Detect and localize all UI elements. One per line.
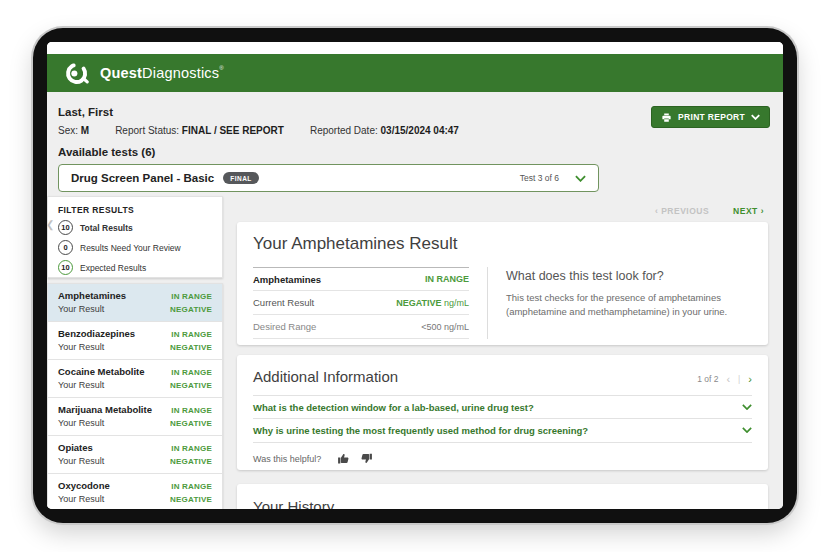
results-list: AmphetaminesIN RANGE Your ResultNEGATIVE… (47, 283, 223, 509)
chevron-down-icon[interactable] (742, 427, 752, 433)
test-name: Amphetamines (58, 290, 126, 301)
faq-question-detection-window[interactable]: What is the detection window for a lab-b… (253, 395, 752, 418)
test-selector-dropdown[interactable]: Drug Screen Panel - Basic FINAL Test 3 o… (58, 164, 599, 192)
additional-information-card: Additional Information 1 of 2 ‹ | › What… (237, 355, 768, 470)
your-history-card: Your History (237, 484, 768, 509)
filter-results-panel: ❮ FILTER RESULTS 10 Total Results 0 Resu… (47, 196, 223, 278)
filter-label: Expected Results (80, 263, 146, 273)
additional-info-title: Additional Information (253, 368, 752, 385)
list-item-oxycodone[interactable]: OxycodoneIN RANGE Your ResultNEGATIVE (48, 474, 222, 509)
thumbs-up-icon[interactable] (337, 452, 350, 465)
history-card-title: Your History (253, 498, 752, 509)
test-info-body: This test checks for the presence of amp… (506, 291, 752, 319)
report-status: Report Status: FINAL / SEE REPORT (115, 125, 284, 136)
pagination-separator: | (738, 374, 740, 384)
range-status: IN RANGE (171, 330, 212, 339)
feedback-row: Was this helpful? (253, 442, 752, 465)
reported-date: Reported Date: 03/15/2024 04:47 (310, 125, 459, 136)
vertical-divider (487, 267, 488, 339)
result-label: Your Result (58, 456, 104, 466)
filter-need-review[interactable]: 0 Results Need Your Review (58, 240, 212, 255)
faq-pagination: 1 of 2 ‹ | › (697, 373, 752, 385)
brand-header: QuestDiagnostics® (47, 54, 783, 92)
final-status-badge: FINAL (223, 172, 259, 184)
previous-label: PREVIOUS (661, 206, 709, 216)
row-label: Current Result (253, 297, 314, 308)
chevron-right-icon: › (761, 206, 764, 216)
range-status: IN RANGE (171, 406, 212, 415)
table-row-desired-range: Desired Range <500 ng/mL (253, 315, 469, 339)
next-test-button[interactable]: NEXT › (733, 206, 764, 216)
result-value: NEGATIVE (170, 381, 212, 390)
quest-diagnostics-logo-icon (64, 60, 91, 87)
faq-question-text: What is the detection window for a lab-b… (253, 402, 534, 413)
test-name: Cocaine Metabolite (58, 366, 145, 377)
row-value: <500 ng/mL (421, 322, 469, 332)
row-label: Desired Range (253, 321, 316, 332)
test-name: Oxycodone (58, 480, 110, 491)
range-status: IN RANGE (171, 444, 212, 453)
print-report-button[interactable]: PRINT REPORT (651, 106, 770, 128)
test-position: Test 3 of 6 (520, 173, 559, 183)
report-status-value: FINAL / SEE REPORT (182, 125, 284, 136)
row-value: IN RANGE (425, 274, 469, 284)
list-item-benzodiazepines[interactable]: BenzodiazepinesIN RANGE Your ResultNEGAT… (48, 322, 222, 360)
page-indicator: 1 of 2 (697, 374, 718, 384)
printer-icon (661, 112, 672, 123)
test-name: Opiates (58, 442, 93, 453)
chevron-left-icon: ‹ (655, 206, 658, 216)
list-item-opiates[interactable]: OpiatesIN RANGE Your ResultNEGATIVE (48, 436, 222, 474)
helpful-label: Was this helpful? (253, 454, 321, 464)
chevron-down-icon (751, 114, 760, 120)
filter-label: Total Results (80, 223, 133, 233)
result-label: Your Result (58, 494, 104, 504)
result-value: NEGATIVE (170, 495, 212, 504)
faq-question-text: Why is urine testing the most frequently… (253, 425, 588, 436)
available-tests-heading: Available tests (6) (58, 146, 771, 158)
previous-test-button[interactable]: ‹ PREVIOUS (655, 206, 709, 216)
result-card-title: Your Amphetamines Result (253, 234, 752, 254)
filter-total-results[interactable]: 10 Total Results (58, 220, 212, 235)
result-label: Your Result (58, 418, 104, 428)
results-page: QuestDiagnostics® Last, First Sex: M Rep… (47, 42, 783, 509)
pagination-next-icon[interactable]: › (748, 373, 752, 385)
table-row-current-result: Current Result NEGATIVE ng/mL (253, 291, 469, 315)
result-table: Amphetamines IN RANGE Current Result NEG… (253, 267, 469, 339)
brand-name-bold: Quest (100, 65, 142, 81)
expected-results-count: 10 (58, 260, 73, 275)
result-value: NEGATIVE (170, 419, 212, 428)
reported-date-value: 03/15/2024 04:47 (381, 125, 459, 136)
total-results-count: 10 (58, 220, 73, 235)
range-status: IN RANGE (171, 292, 212, 301)
faq-question-urine-testing[interactable]: Why is urine testing the most frequently… (253, 418, 752, 441)
range-status: IN RANGE (425, 274, 469, 284)
results-sidebar: ❮ FILTER RESULTS 10 Total Results 0 Resu… (47, 196, 223, 509)
patient-sex: Sex: M (58, 125, 89, 136)
test-name: Benzodiazepines (58, 328, 135, 339)
list-item-marijuana-metabolite[interactable]: Marijuana MetaboliteIN RANGE Your Result… (48, 398, 222, 436)
tablet-frame: QuestDiagnostics® Last, First Sex: M Rep… (33, 28, 797, 523)
test-navigation: ‹ PREVIOUS NEXT › (237, 203, 768, 218)
result-value: NEGATIVE (170, 305, 212, 314)
filter-results-heading: FILTER RESULTS (58, 205, 212, 215)
reported-date-label: Reported Date: (310, 125, 378, 136)
brand-name: QuestDiagnostics® (100, 65, 224, 81)
thumbs-down-icon[interactable] (360, 452, 373, 465)
registered-mark: ® (219, 65, 224, 71)
pagination-prev-icon[interactable]: ‹ (726, 373, 730, 385)
result-unit: ng/mL (442, 298, 470, 308)
chevron-down-icon[interactable] (742, 404, 752, 410)
row-value: NEGATIVE ng/mL (396, 298, 469, 308)
sex-value: M (81, 125, 89, 136)
table-row-test: Amphetamines IN RANGE (253, 267, 469, 291)
filter-label: Results Need Your Review (80, 243, 181, 253)
test-info-column: What does this test look for? This test … (506, 267, 752, 339)
next-label: NEXT (733, 206, 758, 216)
list-item-cocaine-metabolite[interactable]: Cocaine MetaboliteIN RANGE Your ResultNE… (48, 360, 222, 398)
result-label: Your Result (58, 304, 104, 314)
filter-expected-results[interactable]: 10 Expected Results (58, 260, 212, 275)
sidebar-collapse-icon[interactable]: ❮ (47, 219, 54, 230)
test-name: Marijuana Metabolite (58, 404, 152, 415)
list-item-amphetamines[interactable]: AmphetaminesIN RANGE Your ResultNEGATIVE (48, 284, 222, 322)
report-status-label: Report Status: (115, 125, 179, 136)
